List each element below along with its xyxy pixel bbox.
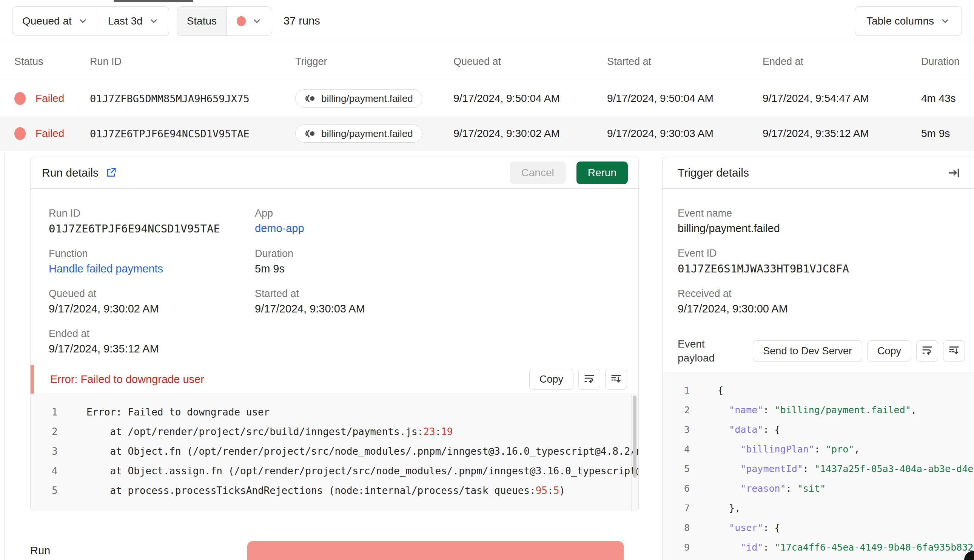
table-columns-button[interactable]: Table columns [855,7,962,36]
chevron-down-icon [78,16,88,26]
detail-field: Event ID01J7ZE6S1MJWA33HT9B1VJC8FA [678,248,961,275]
line-number: 8 [678,522,690,533]
code-line: 5 at process.processTicksAndRejections (… [30,481,639,500]
code-text: "name": "billing/payment.failed", [718,405,974,415]
code-text: at Object.assign.fn (/opt/render/project… [87,465,639,477]
wrap-text-button[interactable] [578,369,600,390]
code-line: 10 } [662,557,974,560]
ended-at-cell: 9/17/2024, 9:35:12 AM [762,128,914,140]
trigger-cell: billing/payment.failed [295,125,454,143]
code-line: 3 at Object.fn (/opt/render/project/src/… [30,442,639,461]
run-details-fields: Run ID01J7ZE6TPJF6E94NCSD1V95TAEAppdemo-… [30,189,639,365]
cancel-button[interactable]: Cancel [510,162,565,184]
detail-field: FunctionHandle failed payments [49,248,255,275]
filters-toolbar: Queued at Last 3d Status 37 runs Table c… [0,0,974,42]
failed-status-dot-icon [237,16,246,26]
code-line: 7 }, [662,498,974,518]
trigger-cell: billing/payment.failed [295,90,454,108]
line-number: 2 [678,405,690,415]
duration-cell: 4m 43s [914,92,974,105]
error-title: Error: Failed to downgrade user [50,373,204,386]
line-number: 5 [678,463,690,474]
code-text: "billingPlan": "pro", [718,444,974,455]
line-number: 1 [52,407,60,418]
timerange-filter[interactable]: Last 3d [98,7,169,35]
field-label: Run ID [49,208,255,219]
field-value: 9/17/2024, 9:30:03 AM [255,303,623,315]
field-label: Started at [255,288,623,300]
stack-scrollbar-track [631,394,632,511]
code-text: "user": { [718,522,974,533]
run-status-cell: Failed [14,92,90,105]
collapse-panel-icon[interactable] [947,167,961,179]
code-line: 9 "id": "17ca4ff6-45ea-4149-9b48-6fa935b… [662,537,974,557]
detail-field: Started at9/17/2024, 9:30:03 AM [255,288,623,315]
field-value: 9/17/2024, 9:30:00 AM [678,303,961,315]
queued-at-filter[interactable]: Queued at [12,7,98,35]
run-status-cell: Failed [14,127,90,140]
trigger-details-header: Trigger details [662,157,974,189]
code-text: "paymentId": "1437a25f-05a3-404a-ab3e-d4… [718,463,974,474]
external-link-icon[interactable] [105,167,117,178]
field-label: Duration [255,248,623,260]
scroll-to-bottom-button[interactable] [605,369,627,390]
payload-scrollbar-track[interactable] [970,372,970,560]
copy-payload-button[interactable]: Copy [867,340,911,362]
line-number: 9 [678,542,690,553]
failed-status-dot-icon [14,92,26,105]
field-label: Function [49,248,255,260]
copy-error-button[interactable]: Copy [529,369,574,390]
status-filter-value[interactable] [227,7,272,35]
event-payload-json: 1{2 "name": "billing/payment.failed",3 "… [662,372,974,560]
detail-field: Queued at9/17/2024, 9:30:02 AM [49,288,255,315]
code-text: "data": { [718,424,974,435]
event-trigger-badge[interactable]: billing/payment.failed [295,125,422,143]
code-line: 4 at Object.assign.fn (/opt/render/proje… [30,461,639,481]
chevron-down-icon [252,16,262,26]
code-text: { [718,385,974,396]
field-value: 01J7ZE6S1MJWA33HT9B1VJC8FA [678,262,961,275]
code-text: at Object.fn (/opt/render/project/src/no… [87,446,639,457]
active-tab-indicator [113,0,193,2]
table-row[interactable]: Failed01J7ZFBG5DMM85MJA9H659JX75billing/… [0,81,974,116]
field-value-link[interactable]: Handle failed payments [49,263,255,275]
column-header-duration: Duration [914,56,974,68]
run-details-header: Run details Cancel Rerun [30,157,639,189]
field-label: Ended at [49,328,255,340]
table-columns-label: Table columns [866,15,934,27]
code-line: 6 "reason": "sit" [662,478,974,498]
code-line: 2 at /opt/render/project/src/build/innge… [30,422,639,442]
detail-field: Duration5m 9s [255,248,623,275]
detail-field: Received at9/17/2024, 9:30:00 AM [678,288,961,315]
event-trigger-badge[interactable]: billing/payment.failed [295,90,422,108]
event-trigger-label: billing/payment.failed [321,128,413,140]
detail-field: Event namebilling/payment.failed [678,208,961,235]
code-text: "id": "17ca4ff6-45ea-4149-9b48-6fa935b83… [718,542,974,553]
send-to-dev-server-button[interactable]: Send to Dev Server [753,340,862,362]
error-section-header: Error: Failed to downgrade user Copy [30,365,639,393]
line-number: 7 [678,503,690,513]
wrap-text-button[interactable] [916,340,938,362]
run-details-card: Run details Cancel Rerun Run ID01J7ZE6TP… [30,157,639,511]
timeline-run-label: Run [30,545,50,557]
code-line: 2 "name": "billing/payment.failed", [662,400,974,420]
field-value-link[interactable]: demo-app [255,222,623,235]
code-line: 1{ [662,380,974,400]
field-label: App [255,208,623,219]
line-number: 2 [52,426,60,437]
column-header-started-at: Started at [607,56,762,68]
code-text: }, [718,503,974,513]
table-row[interactable]: Failed01J7ZE6TPJF6E94NCSD1V95TAEbilling/… [0,116,974,151]
run-status-label: Failed [35,92,64,105]
pane-scrollbar[interactable] [5,153,5,560]
column-header-status: Status [14,56,90,68]
timeline-run-bar[interactable] [247,541,624,560]
chevron-down-icon [940,16,950,26]
code-text: Error: Failed to downgrade user [87,407,639,418]
stack-scrollbar-thumb[interactable] [633,395,637,478]
detail-field: Appdemo-app [255,208,623,235]
rerun-button[interactable]: Rerun [577,162,628,184]
run-id-cell: 01J7ZFBG5DMM85MJA9H659JX75 [90,93,295,105]
scroll-to-bottom-button[interactable] [943,340,965,362]
field-label: Queued at [49,288,255,300]
